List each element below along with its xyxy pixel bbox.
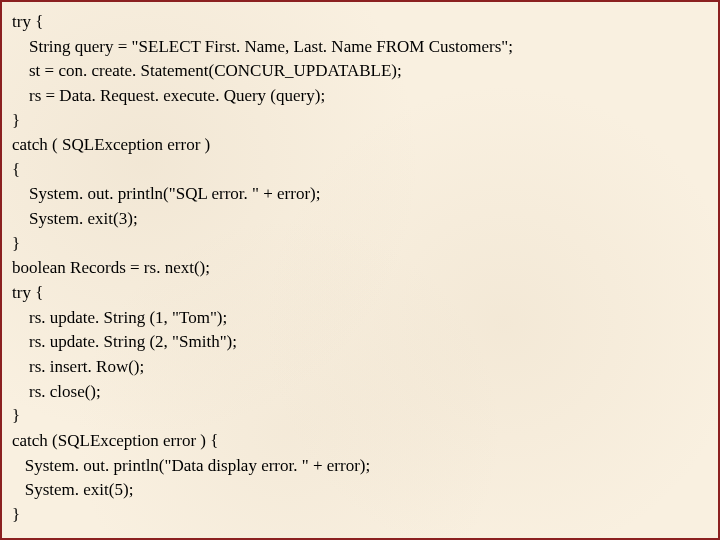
- code-line: {: [12, 158, 708, 183]
- code-line: rs. insert. Row();: [12, 355, 708, 380]
- code-line: boolean Records = rs. next();: [12, 256, 708, 281]
- code-line: try {: [12, 281, 708, 306]
- code-line: System. exit(3);: [12, 207, 708, 232]
- code-line: catch ( SQLException error ): [12, 133, 708, 158]
- code-line: rs. update. String (2, "Smith");: [12, 330, 708, 355]
- code-line: try {: [12, 10, 708, 35]
- code-line: st = con. create. Statement(CONCUR_UPDAT…: [12, 59, 708, 84]
- code-line: rs. update. String (1, "Tom");: [12, 306, 708, 331]
- code-line: rs. close();: [12, 380, 708, 405]
- code-line: catch (SQLException error ) {: [12, 429, 708, 454]
- code-line: }: [12, 232, 708, 257]
- code-line: }: [12, 109, 708, 134]
- code-line: }: [12, 503, 708, 528]
- code-line: System. out. println("Data display error…: [12, 454, 708, 479]
- code-line: }: [12, 404, 708, 429]
- code-line: rs = Data. Request. execute. Query (quer…: [12, 84, 708, 109]
- code-line: String query = "SELECT First. Name, Last…: [12, 35, 708, 60]
- code-line: System. exit(5);: [12, 478, 708, 503]
- code-line: System. out. println("SQL error. " + err…: [12, 182, 708, 207]
- code-block: try { String query = "SELECT First. Name…: [2, 2, 718, 535]
